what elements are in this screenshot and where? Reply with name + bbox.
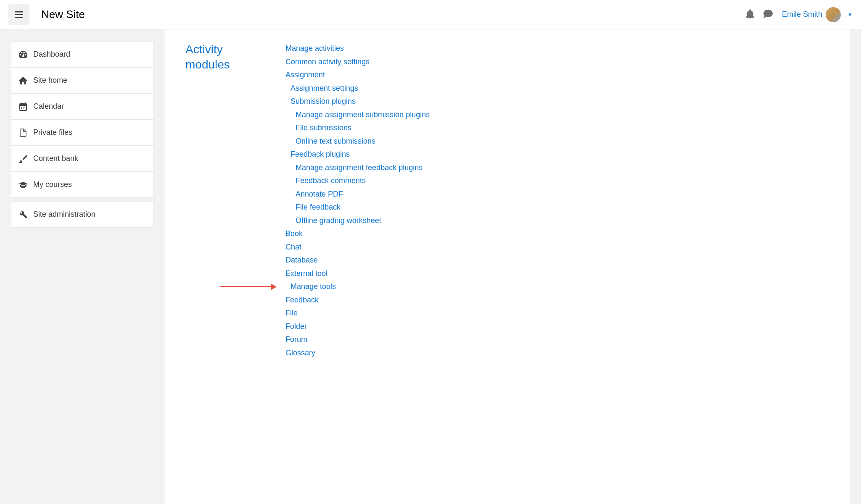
sidebar-item-label: My courses [33, 180, 72, 189]
sidebar-item-dashboard[interactable]: Dashboard [11, 42, 153, 68]
nav-block-main: Dashboard Site home Calendar Private fil… [11, 41, 154, 198]
sidebar-item-site-administration[interactable]: Site administration [11, 202, 153, 227]
link-external-tool[interactable]: External tool [285, 269, 327, 278]
sidebar-item-label: Calendar [33, 102, 64, 111]
arrow-annotation [220, 284, 277, 290]
file-icon [19, 129, 27, 137]
link-online-text-submissions[interactable]: Online text submissions [296, 137, 375, 145]
brush-icon [19, 155, 27, 163]
arrow-head-icon [271, 284, 277, 290]
arrow-line [220, 286, 271, 287]
link-chat[interactable]: Chat [285, 243, 301, 251]
link-file-feedback[interactable]: File feedback [296, 203, 341, 211]
sidebar-item-label: Site administration [33, 210, 95, 219]
link-manage-submission-plugins[interactable]: Manage assignment submission plugins [296, 110, 430, 119]
link-tree: Manage activities Common activity settin… [285, 42, 829, 360]
nav-block-admin: Site administration [11, 201, 154, 228]
sidebar-item-label: Content bank [33, 154, 78, 163]
sidebar-item-content-bank[interactable]: Content bank [11, 146, 153, 172]
link-manage-tools[interactable]: Manage tools [291, 282, 336, 291]
dashboard-icon [19, 51, 27, 58]
link-submission-plugins[interactable]: Submission plugins [291, 97, 356, 105]
sidebar-item-calendar[interactable]: Calendar [11, 94, 153, 120]
activity-modules-section: Activity modules Manage activities Commo… [185, 42, 829, 360]
svg-rect-2 [15, 17, 23, 18]
link-assignment[interactable]: Assignment [285, 71, 325, 79]
link-manage-activities[interactable]: Manage activities [285, 44, 344, 52]
site-name-link[interactable]: New Site [41, 8, 85, 21]
content-area: Activity modules Manage activities Commo… [165, 29, 850, 504]
chevron-down-icon: ▼ [848, 12, 853, 18]
sidebar-item-label: Private files [33, 128, 72, 137]
user-menu[interactable]: Emile Smith ▼ [782, 7, 853, 22]
link-feedback[interactable]: Feedback [285, 296, 319, 304]
hamburger-button[interactable] [8, 4, 29, 25]
link-database[interactable]: Database [285, 256, 318, 264]
link-offline-grading-worksheet[interactable]: Offline grading worksheet [296, 216, 381, 225]
link-feedback-comments[interactable]: Feedback comments [296, 176, 366, 185]
link-common-activity-settings[interactable]: Common activity settings [285, 58, 370, 66]
sidebar-item-site-home[interactable]: Site home [11, 68, 153, 94]
layout: Dashboard Site home Calendar Private fil… [0, 29, 861, 504]
sidebar-item-label: Site home [33, 76, 67, 85]
wrench-icon [19, 210, 27, 219]
svg-rect-0 [15, 11, 23, 13]
chat-icon [763, 10, 773, 18]
link-feedback-plugins[interactable]: Feedback plugins [291, 150, 350, 158]
sidebar-item-private-files[interactable]: Private files [11, 120, 153, 146]
link-book[interactable]: Book [285, 229, 303, 238]
calendar-icon [19, 102, 27, 111]
header: New Site Emile Smith ▼ [0, 0, 861, 29]
user-name: Emile Smith [782, 10, 822, 19]
avatar [826, 7, 841, 22]
hamburger-icon [15, 11, 23, 18]
link-annotate-pdf[interactable]: Annotate PDF [296, 190, 343, 198]
header-left: New Site [8, 4, 85, 25]
sidebar: Dashboard Site home Calendar Private fil… [0, 29, 165, 504]
link-file-submissions[interactable]: File submissions [296, 123, 351, 132]
link-file[interactable]: File [285, 309, 298, 317]
sidebar-item-my-courses[interactable]: My courses [11, 172, 153, 197]
link-forum[interactable]: Forum [285, 335, 307, 344]
link-folder[interactable]: Folder [285, 322, 307, 331]
section-title: Activity modules [185, 42, 260, 360]
graduation-icon [19, 181, 27, 188]
bell-icon [746, 9, 754, 18]
sidebar-item-label: Dashboard [33, 50, 70, 59]
messages-button[interactable] [763, 10, 773, 20]
svg-rect-1 [15, 14, 23, 15]
link-manage-feedback-plugins[interactable]: Manage assignment feedback plugins [296, 163, 423, 172]
notifications-button[interactable] [746, 9, 754, 20]
link-assignment-settings[interactable]: Assignment settings [291, 84, 358, 92]
link-glossary[interactable]: Glossary [285, 349, 315, 357]
home-icon [19, 77, 27, 84]
header-right: Emile Smith ▼ [746, 7, 853, 22]
